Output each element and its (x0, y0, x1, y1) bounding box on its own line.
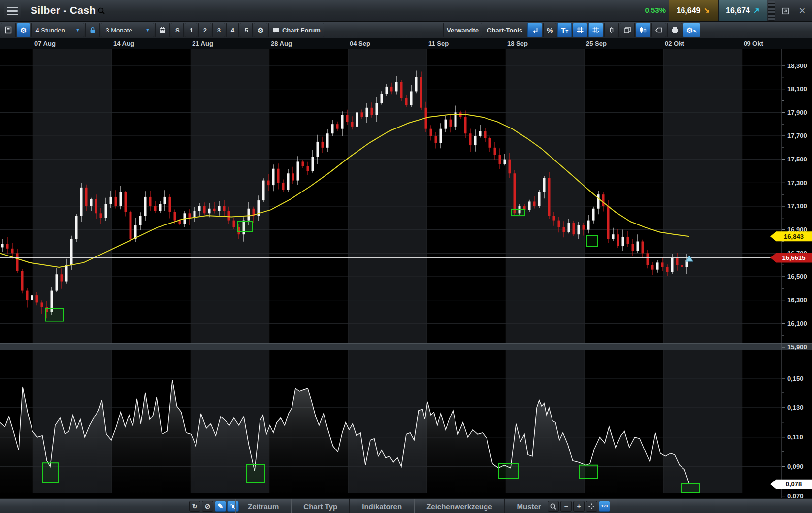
bottom-ban-button[interactable]: ⊘ (202, 501, 213, 512)
undo-icon (531, 26, 539, 34)
x-axis-label: 14 Aug (113, 40, 134, 47)
toolbar-lock-button[interactable] (85, 23, 100, 37)
menu-indikatoren[interactable]: Indikatoren (350, 499, 414, 513)
toolbar-grid-edit-button[interactable] (588, 23, 603, 37)
toolbar-undo-button[interactable] (527, 23, 542, 37)
bottom-toolbar-left-icons: ↻⊘✎ (189, 501, 239, 512)
x-axis-label: 11 Sep (428, 40, 449, 47)
y-axis-label: 15,900 (787, 343, 807, 351)
button-label: 2 (203, 27, 207, 34)
y-axis-label: 17,100 (787, 202, 807, 210)
pattern-box (511, 209, 525, 216)
menu-icon[interactable] (4, 3, 21, 18)
toolbar-list-button[interactable] (1, 23, 16, 37)
toolbar-5-button[interactable]: 5 (240, 23, 253, 37)
button-label: 4 (231, 27, 234, 34)
toolbar-3-button[interactable]: 3 (212, 23, 225, 37)
panel-divider[interactable] (0, 343, 812, 350)
gear-edit-icon: ⚙✎ (686, 27, 697, 34)
toolbar-grid-button[interactable] (573, 23, 587, 37)
toolbar-windows-button[interactable] (620, 23, 635, 37)
dropdown-value: 3 Monate (105, 27, 132, 34)
bottom-zoom-button[interactable] (548, 501, 559, 512)
ban-icon: ⊘ (205, 503, 211, 510)
bottom-toolbar: ↻⊘✎ ZeitraumChart TypIndikatorenZeichenw… (0, 498, 812, 513)
search-icon[interactable] (97, 6, 106, 16)
x-axis-label: 04 Sep (350, 40, 370, 47)
toolbar-gear-button[interactable]: ⚙ (254, 23, 267, 37)
toolbar-chart-forum-button[interactable]: Chart Forum (268, 23, 324, 37)
page-title: Silber - Cash (31, 4, 96, 16)
toolbar-price-tag-button[interactable] (651, 23, 666, 37)
x-axis-label: 28 Aug (271, 40, 292, 47)
button-label: Verwandte (447, 27, 479, 34)
toolbar-gear-button[interactable]: ⚙ (17, 23, 30, 37)
toolbar-dropdown-3-monate[interactable]: 3 Monate▼ (101, 23, 154, 37)
close-icon[interactable]: × (795, 4, 810, 18)
toolbar-printer-button[interactable] (667, 23, 682, 37)
bottom-minus-button[interactable]: − (560, 501, 572, 512)
y-axis-label: 0,130 (787, 404, 804, 411)
toolbar-1-button[interactable]: 1 (185, 23, 197, 37)
bottom-crosshair-button[interactable] (586, 501, 597, 512)
bottom-plus-button[interactable]: + (573, 501, 585, 512)
y-axis-label: 16,500 (787, 273, 807, 280)
printer-icon (671, 26, 679, 34)
toolbar-verwandte-button[interactable]: Verwandte (443, 23, 482, 37)
y-axis-label: 16,300 (787, 296, 807, 304)
crosshair-icon (588, 503, 595, 510)
bottom-toolbar-right-icons: −+123 (548, 501, 610, 512)
menu-zeitraum[interactable]: Zeitraum (235, 499, 291, 513)
y-axis-label: 17,900 (787, 109, 807, 116)
menu-chart-typ[interactable]: Chart Typ (291, 499, 350, 513)
toolbar-2-button[interactable]: 2 (198, 23, 211, 37)
plus-icon: + (577, 503, 581, 510)
toolbar-s-button[interactable]: S (171, 23, 184, 37)
svg-text:16,6615: 16,6615 (782, 254, 806, 261)
buy-price-button[interactable]: 16,674 (718, 0, 767, 21)
zoom-icon (550, 503, 557, 510)
toolbar-percent-button[interactable]: % (543, 23, 556, 37)
chart-type-icon (639, 26, 647, 34)
pattern-box (580, 465, 597, 479)
date-axis: 07 Aug14 Aug21 Aug28 Aug04 Sep11 Sep18 S… (0, 38, 812, 49)
windows-icon (623, 26, 631, 34)
refresh-icon: ↻ (192, 503, 198, 510)
pattern-box (587, 236, 598, 246)
chevron-down-icon: ▼ (146, 28, 150, 32)
menu-muster[interactable]: Muster (505, 499, 553, 513)
y-axis-label: 18,100 (787, 85, 807, 93)
button-label: 5 (245, 27, 248, 34)
bottom-axis-values-button[interactable]: 123 (599, 501, 610, 512)
y-axis[interactable]: 18,30018,10017,90017,70017,50017,30017,1… (782, 49, 807, 498)
menu-zeichenwerkzeuge[interactable]: Zeichenwerkzeuge (414, 499, 504, 513)
x-axis-label: 02 Okt (665, 40, 684, 47)
toolbar-gear-edit-button[interactable]: ⚙✎ (683, 23, 700, 37)
window-grip[interactable] (768, 1, 775, 21)
price-tag-icon (655, 26, 663, 34)
bottom-pencil-button[interactable]: ✎ (215, 501, 226, 512)
y-axis-label: 0,150 (787, 375, 804, 382)
sell-price-button[interactable]: 16,649 (669, 0, 718, 21)
title-bar: Silber - Cash 0,53% 16,649 16,674 × (0, 0, 812, 22)
toolbar-dropdown-4-stunden[interactable]: 4 Stunden▼ (31, 23, 84, 37)
toolbar-text-format-button[interactable]: TT (557, 23, 572, 37)
toolbar-4-button[interactable]: 4 (226, 23, 239, 37)
toolbar-calendar-button[interactable] (155, 23, 170, 37)
comment-icon (272, 26, 280, 34)
bottom-refresh-button[interactable]: ↻ (189, 501, 200, 512)
button-label: S (175, 27, 180, 34)
gear-icon: ⚙ (257, 27, 263, 34)
candle-icon (608, 26, 616, 34)
ma-price-tag: 16,843 (770, 231, 812, 241)
price-chart[interactable]: 18,30018,10017,90017,70017,50017,30017,1… (0, 49, 812, 498)
y-axis-label: 17,300 (787, 179, 807, 187)
pattern-box (46, 308, 63, 321)
popout-icon[interactable] (778, 4, 793, 18)
minus-icon: − (564, 503, 568, 510)
y-axis-label: 0,090 (787, 463, 804, 470)
x-axis-label: 09 Okt (744, 40, 763, 47)
svg-text:16,843: 16,843 (784, 233, 804, 240)
toolbar-candle-button[interactable] (604, 23, 619, 37)
toolbar-chart-type-button[interactable] (636, 23, 650, 37)
